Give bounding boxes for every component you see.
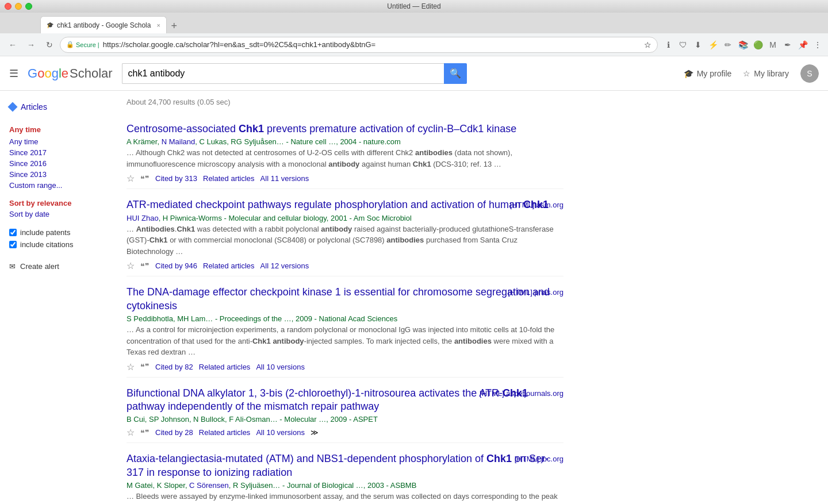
window-controls[interactable] <box>5 3 32 10</box>
extension4-icon[interactable]: 🟢 <box>752 39 764 51</box>
since-2016-label: Since 2016 <box>9 159 47 168</box>
extension1-icon[interactable]: ⚡ <box>707 39 719 51</box>
cited-by-link[interactable]: Cited by 28 <box>155 428 193 437</box>
result-snippet: … Although Chk2 was not detected at cent… <box>126 147 564 170</box>
tab-close-icon[interactable]: × <box>156 22 160 29</box>
my-library-link[interactable]: ☆ My library <box>743 69 789 78</box>
separator: | <box>98 41 99 48</box>
tab-favicon: 🎓 <box>47 22 53 28</box>
cite-icon[interactable]: ❝❞ <box>140 261 150 271</box>
new-tab-button[interactable]: + <box>167 18 182 33</box>
related-link[interactable]: Related articles <box>203 261 255 270</box>
menu-icon[interactable]: ⋮ <box>812 39 823 51</box>
search-input[interactable] <box>122 63 444 84</box>
my-profile-link[interactable]: 🎓 My profile <box>684 69 732 78</box>
my-profile-label: My profile <box>697 69 732 78</box>
url-text: https://scholar.google.ca/scholar?hl=en&… <box>103 40 641 49</box>
user-avatar[interactable]: S <box>800 64 819 83</box>
search-form: 🔍 <box>122 63 467 84</box>
versions-link[interactable]: All 10 versions <box>256 363 305 371</box>
shield-icon[interactable]: 🛡 <box>677 39 689 51</box>
info-icon[interactable]: ℹ <box>662 39 674 51</box>
result-authors: B Cui, SP Johnson, N Bullock, F Ali-Osma… <box>126 415 564 424</box>
close-button[interactable] <box>5 3 12 10</box>
html-badge-link[interactable]: [HTML] asm.org <box>510 201 564 209</box>
related-link[interactable]: Related articles <box>203 174 255 183</box>
versions-link[interactable]: All 12 versions <box>260 261 309 270</box>
versions-link[interactable]: All 11 versions <box>260 174 309 183</box>
extension6-icon[interactable]: 📌 <box>797 39 808 51</box>
minimize-button[interactable] <box>15 3 22 10</box>
cited-by-link[interactable]: Cited by 82 <box>155 363 193 371</box>
result-item: Bifunctional DNA alkylator 1, 3-bis (2-c… <box>126 378 564 444</box>
result-actions: ☆ ❝❞ Cited by 946 Related articles All 1… <box>126 260 564 271</box>
star-icon[interactable]: ☆ <box>126 260 135 271</box>
cited-by-link[interactable]: Cited by 313 <box>155 174 197 183</box>
address-bar[interactable]: 🔒 Secure | https://scholar.google.ca/sch… <box>60 37 658 53</box>
include-citations-label: include citations <box>20 240 74 249</box>
create-alert-label: Create alert <box>20 262 59 271</box>
result-title-link[interactable]: ATR-mediated checkpoint pathways regulat… <box>126 199 549 210</box>
extension3-icon[interactable]: 📚 <box>737 39 749 51</box>
sidebar-item-articles[interactable]: Articles <box>0 100 126 114</box>
header-right: 🎓 My profile ☆ My library S <box>684 64 819 83</box>
author-link[interactable]: C Sörensen <box>189 481 229 490</box>
result-authors: HUI Zhao, H Piwnica-Worms - Molecular an… <box>126 214 564 222</box>
cite-icon[interactable]: ❝❞ <box>140 174 150 183</box>
maximize-button[interactable] <box>25 3 32 10</box>
browser-tab[interactable]: 🎓 chk1 antibody - Google Schola × <box>40 16 167 33</box>
result-title-link[interactable]: Bifunctional DNA alkylator 1, 3-bis (2-c… <box>126 387 528 412</box>
citations-checkbox-input[interactable] <box>9 241 17 248</box>
include-citations-checkbox[interactable]: include citations <box>0 238 126 251</box>
versions-link[interactable]: All 10 versions <box>256 428 305 437</box>
include-patents-label: include patents <box>20 228 70 237</box>
time-section-title: Any time <box>0 121 126 136</box>
related-link[interactable]: Related articles <box>199 363 251 371</box>
scholar-logo: Google Scholar <box>28 66 113 81</box>
scholar-label: Scholar <box>70 66 113 81</box>
any-time-filter[interactable]: Any time <box>0 136 126 147</box>
html-badge-link[interactable]: [HTML] aspetjournals.org <box>480 389 564 398</box>
custom-range-filter[interactable]: Custom range... <box>0 180 126 191</box>
result-item: The DNA-damage effector checkpoint kinas… <box>126 276 564 377</box>
include-patents-checkbox[interactable]: include patents <box>0 226 126 238</box>
nav-bar: ← → ↻ 🔒 Secure | https://scholar.google.… <box>0 33 828 56</box>
back-button[interactable]: ← <box>5 37 21 53</box>
sort-date-label: Sort by date <box>9 210 49 218</box>
sort-relevance-option[interactable]: Sort by relevance <box>0 198 126 209</box>
tab-label: chk1 antibody - Google Schola <box>57 21 151 29</box>
sort-date-option[interactable]: Sort by date <box>0 209 126 220</box>
since-2013-filter[interactable]: Since 2013 <box>0 169 126 180</box>
result-title-link[interactable]: Centrosome-associated Chk1 prevents prem… <box>126 123 516 134</box>
extension2-icon[interactable]: ✏ <box>722 39 734 51</box>
star-icon[interactable]: ☆ <box>126 427 135 438</box>
bookmark-icon[interactable]: ☆ <box>644 40 651 49</box>
cite-icon[interactable]: ❝❞ <box>140 362 150 371</box>
result-authors: M Gatei, K Sloper, C Sörensen, R Syljuäs… <box>126 481 564 490</box>
patents-checkbox-input[interactable] <box>9 229 17 236</box>
since-2017-filter[interactable]: Since 2017 <box>0 147 126 158</box>
search-button[interactable]: 🔍 <box>444 63 467 84</box>
download-icon[interactable]: ⬇ <box>692 39 704 51</box>
secure-badge: 🔒 Secure | <box>66 41 99 48</box>
html-badge-link[interactable]: [HTML] pnas.org <box>508 288 564 297</box>
library-icon: ☆ <box>743 69 750 78</box>
create-alert-item[interactable]: ✉ Create alert <box>0 257 126 275</box>
star-icon[interactable]: ☆ <box>126 173 135 184</box>
author-link[interactable]: N Mailand <box>162 137 195 146</box>
html-badge-link[interactable]: [HTML] jbc.org <box>515 455 564 463</box>
result-title-link[interactable]: The DNA-damage effector checkpoint kinas… <box>126 286 550 311</box>
more-icon[interactable]: ≫ <box>310 428 319 437</box>
extension5-icon[interactable]: ✒ <box>782 39 793 51</box>
result-title-link[interactable]: Ataxia-telangiectasia-mutated (ATM) and … <box>126 453 549 478</box>
since-2016-filter[interactable]: Since 2016 <box>0 158 126 169</box>
cite-icon[interactable]: ❝❞ <box>140 428 150 437</box>
gmail-icon[interactable]: M <box>767 39 779 51</box>
reload-button[interactable]: ↻ <box>41 37 57 53</box>
cited-by-link[interactable]: Cited by 946 <box>155 261 197 270</box>
hamburger-icon[interactable]: ☰ <box>9 67 18 80</box>
related-link[interactable]: Related articles <box>199 428 251 437</box>
forward-button[interactable]: → <box>23 37 39 53</box>
star-icon[interactable]: ☆ <box>126 361 135 372</box>
author-link[interactable]: HUI Zhao <box>126 214 159 222</box>
